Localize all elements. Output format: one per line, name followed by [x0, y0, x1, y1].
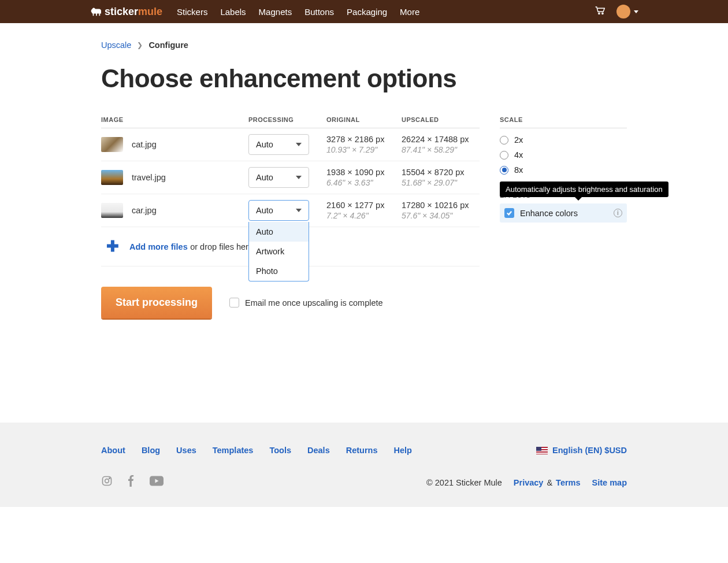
logo[interactable]: stickermule: [90, 6, 162, 18]
caret-down-icon: [296, 176, 302, 179]
checkbox-checked-icon: [504, 208, 514, 218]
thumbnail: [101, 203, 123, 218]
filename: travel.jpg: [132, 173, 166, 182]
radio-icon: [500, 166, 508, 175]
th-processing: PROCESSING: [248, 116, 326, 123]
original-in: 7.2" × 4.26": [326, 211, 402, 220]
caret-down-icon: [296, 143, 302, 146]
th-upscaled: UPSCALED: [402, 116, 480, 123]
breadcrumb: Upscale ❯ Configure: [101, 40, 627, 50]
nav-buttons[interactable]: Buttons: [304, 7, 334, 17]
original-in: 10.93" × 7.29": [326, 145, 402, 154]
th-image: IMAGE: [101, 116, 248, 123]
start-processing-button[interactable]: Start processing: [101, 287, 212, 318]
table-header: IMAGE PROCESSING ORIGINAL UPSCALED: [101, 116, 480, 128]
chevron-right-icon: ❯: [137, 41, 143, 49]
thumbnail: [101, 170, 123, 185]
footer-deals[interactable]: Deals: [307, 446, 330, 455]
locale-selector[interactable]: English (EN) $USD: [536, 446, 627, 455]
mule-icon: [90, 6, 102, 17]
enhance-colors-label: Enhance colors: [520, 209, 608, 218]
footer-templates[interactable]: Templates: [213, 446, 254, 455]
logo-text-a: sticker: [105, 6, 138, 18]
dropdown-option-artwork[interactable]: Artwork: [249, 242, 309, 261]
original-in: 6.46" × 3.63": [326, 178, 402, 187]
footer: About Blog Uses Templates Tools Deals Re…: [0, 423, 728, 507]
amp: &: [547, 478, 552, 487]
instagram-icon[interactable]: [101, 475, 113, 490]
upscaled-px: 26224 × 17488 px: [402, 135, 480, 144]
tooltip: Automatically adjusts brightness and sat…: [500, 182, 668, 197]
nav-magnets[interactable]: Magnets: [259, 7, 292, 17]
dropdown-option-auto[interactable]: Auto: [249, 222, 309, 242]
email-label: Email me once upscaling is complete: [245, 298, 383, 308]
table-row: travel.jpg Auto 1938 × 1090 px 6.46" × 3…: [101, 161, 480, 194]
table-row: car.jpg Auto Auto Artwork Photo 2160 × 1…: [101, 194, 480, 227]
privacy-link[interactable]: Privacy: [514, 478, 544, 487]
scale-4x[interactable]: 4x: [500, 150, 627, 160]
footer-help[interactable]: Help: [394, 446, 412, 455]
info-icon[interactable]: i: [614, 209, 622, 217]
footer-tools[interactable]: Tools: [269, 446, 291, 455]
scale-label: 8x: [514, 165, 523, 175]
footer-returns[interactable]: Returns: [346, 446, 378, 455]
add-more-rest: or drop files here: [190, 242, 253, 251]
page-title: Choose enhancement options: [101, 64, 627, 93]
scale-header: SCALE: [500, 116, 627, 128]
nav-packaging[interactable]: Packaging: [347, 7, 387, 17]
navbar: stickermule Stickers Labels Magnets Butt…: [0, 0, 728, 23]
thumbnail: [101, 137, 123, 152]
nav-labels[interactable]: Labels: [220, 7, 246, 17]
copyright-text: © 2021 Sticker Mule: [426, 478, 502, 487]
locale-label: English (EN) $USD: [552, 446, 627, 455]
dropdown-option-photo[interactable]: Photo: [249, 261, 309, 281]
svg-point-2: [109, 478, 110, 479]
nav-more[interactable]: More: [400, 7, 419, 17]
add-more-link[interactable]: Add more files: [129, 242, 188, 251]
filename: car.jpg: [132, 206, 157, 215]
user-menu[interactable]: [616, 5, 638, 18]
processing-select[interactable]: Auto: [248, 134, 309, 155]
nav-stickers[interactable]: Stickers: [177, 7, 207, 17]
upscaled-in: 51.68" × 29.07": [402, 178, 480, 187]
footer-blog[interactable]: Blog: [142, 446, 160, 455]
scale-8x[interactable]: 8x: [500, 165, 627, 175]
sitemap-link[interactable]: Site map: [592, 478, 627, 487]
scale-label: 2x: [514, 135, 523, 145]
breadcrumb-current: Configure: [148, 40, 188, 50]
original-px: 1938 × 1090 px: [326, 168, 402, 177]
footer-uses[interactable]: Uses: [176, 446, 196, 455]
radio-icon: [500, 136, 508, 145]
breadcrumb-root[interactable]: Upscale: [101, 40, 131, 50]
nav-links: Stickers Labels Magnets Buttons Packagin…: [177, 7, 595, 17]
flag-us-icon: [536, 447, 548, 454]
upscaled-px: 17280 × 10216 px: [402, 201, 480, 210]
facebook-icon[interactable]: [125, 475, 137, 490]
original-px: 2160 × 1277 px: [326, 201, 402, 210]
processing-dropdown: Auto Artwork Photo: [248, 222, 309, 282]
caret-down-icon: [634, 10, 638, 13]
upscaled-in: 87.41" × 58.29": [402, 145, 480, 154]
select-value: Auto: [256, 173, 273, 182]
radio-icon: [500, 151, 508, 160]
upscaled-px: 15504 × 8720 px: [402, 168, 480, 177]
checkbox-icon: [229, 298, 239, 308]
scale-label: 4x: [514, 150, 523, 160]
upscaled-in: 57.6" × 34.05": [402, 211, 480, 220]
plus-icon: ✚: [105, 238, 121, 255]
filename: cat.jpg: [132, 140, 157, 149]
cart-icon[interactable]: [595, 6, 605, 17]
processing-select[interactable]: Auto: [248, 200, 309, 221]
terms-link[interactable]: Terms: [556, 478, 580, 487]
select-value: Auto: [256, 140, 273, 149]
enhance-colors-row[interactable]: Enhance colors i: [500, 203, 627, 223]
caret-down-icon: [296, 209, 302, 212]
youtube-icon[interactable]: [150, 475, 164, 490]
email-checkbox[interactable]: Email me once upscaling is complete: [229, 298, 383, 308]
scale-2x[interactable]: 2x: [500, 135, 627, 145]
logo-text-b: mule: [138, 6, 162, 18]
footer-about[interactable]: About: [101, 446, 125, 455]
processing-select[interactable]: Auto: [248, 167, 309, 188]
avatar: [616, 5, 630, 18]
scale-radio-group: 2x 4x 8x: [500, 135, 627, 175]
